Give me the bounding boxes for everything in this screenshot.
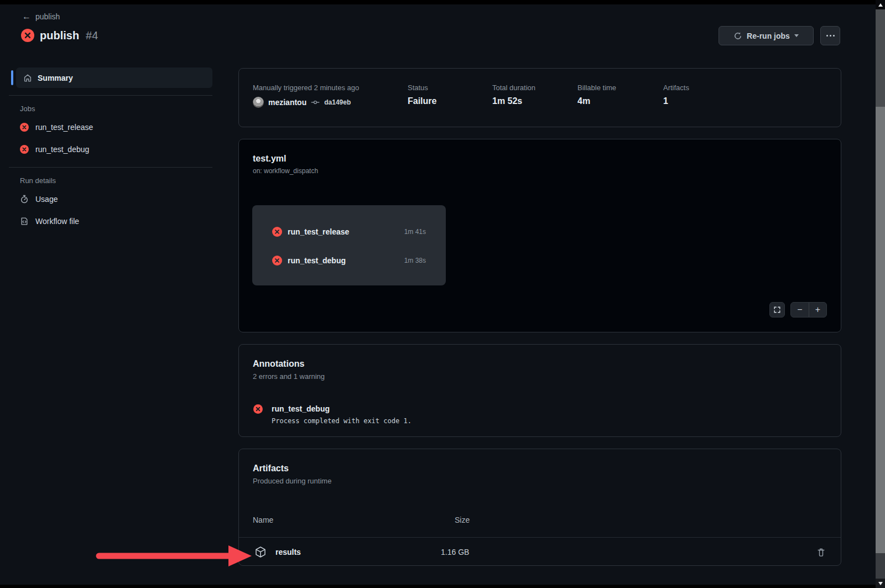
rerun-jobs-label: Re-run jobs xyxy=(747,32,790,40)
delete-artifact-button[interactable] xyxy=(816,548,826,557)
run-details-section-label: Run details xyxy=(20,176,212,185)
artifacts-subtitle: Produced during runtime xyxy=(253,477,827,485)
sidebar-item-workflow-file[interactable]: Workflow file xyxy=(20,210,212,232)
main-content: Manually triggered 2 minutes ago meziant… xyxy=(238,68,841,566)
workflow-trigger: on: workflow_dispatch xyxy=(253,167,827,175)
artifact-size: 1.16 GB xyxy=(441,548,469,556)
scroll-up-button[interactable] xyxy=(876,0,885,9)
run-number: #4 xyxy=(86,29,98,42)
stat-value: 1 xyxy=(663,96,689,106)
bottom-edge-strip xyxy=(0,585,876,588)
trash-icon xyxy=(816,548,826,557)
job-group-box: run_test_release 1m 41s run_test_debug 1… xyxy=(252,205,446,285)
rerun-jobs-button[interactable]: Re-run jobs xyxy=(719,26,814,45)
page-title: publish xyxy=(40,29,79,42)
fit-view-button[interactable] xyxy=(769,302,785,318)
annotations-subtitle: 2 errors and 1 warning xyxy=(253,372,827,381)
zoom-out-button[interactable]: − xyxy=(791,303,809,317)
zoom-in-button[interactable]: + xyxy=(809,303,826,317)
sidebar-job-run-test-release[interactable]: run_test_release xyxy=(20,116,212,138)
scrollbar-track[interactable] xyxy=(876,553,885,579)
trigger-info: Manually triggered 2 minutes ago xyxy=(253,84,359,92)
git-commit-icon xyxy=(311,98,320,107)
stat-label: Billable time xyxy=(577,84,616,92)
graph-job-run-test-release[interactable]: run_test_release 1m 41s xyxy=(252,222,446,242)
failure-status-icon xyxy=(272,256,282,266)
graph-job-run-test-debug[interactable]: run_test_debug 1m 38s xyxy=(252,251,446,270)
job-name: run_test_debug xyxy=(288,256,399,265)
sidebar-job-run-test-debug[interactable]: run_test_debug xyxy=(20,138,212,160)
scrollbar-thumb[interactable] xyxy=(876,107,885,553)
column-name: Name xyxy=(253,516,273,524)
annotation-job-link[interactable]: run_test_debug xyxy=(272,404,412,413)
annotation-message: Process completed with exit code 1. xyxy=(272,417,412,425)
back-link-label: publish xyxy=(35,12,60,21)
artifacts-card: Artifacts Produced during runtime Name S… xyxy=(238,449,841,566)
zoom-controls: − + xyxy=(790,302,827,318)
kebab-icon xyxy=(826,35,835,37)
stat-value: 4m xyxy=(577,96,616,106)
home-icon xyxy=(23,74,32,82)
failure-status-icon xyxy=(272,227,282,237)
sidebar-divider xyxy=(9,95,212,96)
workflow-file-name: test.yml xyxy=(253,154,827,164)
graph-controls: − + xyxy=(769,302,827,318)
error-icon xyxy=(253,404,263,414)
sidebar-workflow-file-label: Workflow file xyxy=(35,217,79,226)
annotations-title: Annotations xyxy=(253,359,827,369)
job-duration: 1m 41s xyxy=(404,228,426,236)
stat-label: Status xyxy=(408,84,436,92)
jobs-section-label: Jobs xyxy=(20,105,212,113)
sidebar-usage-label: Usage xyxy=(35,195,58,204)
sidebar-summary-label: Summary xyxy=(38,74,73,82)
run-summary-card: Manually triggered 2 minutes ago meziant… xyxy=(238,68,841,127)
workflow-graph-card: test.yml on: workflow_dispatch run_test_… xyxy=(238,139,841,332)
sync-icon xyxy=(733,32,742,40)
arrow-down-icon xyxy=(878,582,883,585)
column-size: Size xyxy=(455,516,470,524)
sidebar-divider xyxy=(9,167,212,168)
stat-label: Total duration xyxy=(492,84,535,92)
vertical-scrollbar[interactable] xyxy=(876,0,885,588)
back-arrow-icon: ← xyxy=(22,12,31,22)
active-indicator-bar xyxy=(11,70,13,85)
scroll-down-button[interactable] xyxy=(876,579,885,588)
sidebar-item-usage[interactable]: Usage xyxy=(20,188,212,210)
red-pointer-arrow xyxy=(91,544,257,568)
header-actions: Re-run jobs xyxy=(719,26,840,45)
code-file-icon xyxy=(20,217,29,226)
actor-link[interactable]: meziantou xyxy=(268,98,306,107)
stat-value: Failure xyxy=(408,96,436,106)
chevron-down-icon xyxy=(794,34,799,37)
back-link[interactable]: ← publish xyxy=(22,12,60,22)
stat-label: Artifacts xyxy=(663,84,689,92)
stat-value: 1m 52s xyxy=(492,96,535,106)
run-title-row: publish #4 xyxy=(21,29,98,42)
stat-billable-time: Billable time 4m xyxy=(577,84,616,106)
failure-status-icon xyxy=(20,145,29,154)
stat-status: Status Failure xyxy=(408,84,436,106)
job-name: run_test_release xyxy=(288,227,399,236)
arrow-up-icon xyxy=(878,3,883,7)
sidebar-item-summary[interactable]: Summary xyxy=(16,67,212,88)
fit-screen-icon xyxy=(773,306,781,314)
sidebar: Summary Jobs run_test_release run_test_d… xyxy=(9,67,212,232)
package-icon xyxy=(254,546,267,558)
stopwatch-icon xyxy=(20,195,29,204)
job-name: run_test_debug xyxy=(35,145,89,154)
more-options-button[interactable] xyxy=(820,26,840,45)
stat-total-duration: Total duration 1m 52s xyxy=(492,84,535,106)
artifact-download-link[interactable]: results xyxy=(275,548,301,556)
top-edge-strip xyxy=(0,0,876,4)
avatar[interactable] xyxy=(253,97,264,108)
failure-status-icon xyxy=(21,29,34,42)
annotations-card: Annotations 2 errors and 1 warning run_t… xyxy=(238,344,841,437)
job-name: run_test_release xyxy=(35,123,93,132)
annotation-item: run_test_debug Process completed with ex… xyxy=(253,404,412,425)
stat-artifacts-count: Artifacts 1 xyxy=(663,84,689,106)
artifacts-table-header: Name Size xyxy=(253,516,827,524)
artifact-row: results 1.16 GB xyxy=(239,538,841,566)
failure-status-icon xyxy=(20,123,29,132)
job-duration: 1m 38s xyxy=(404,257,426,264)
commit-link[interactable]: da149eb xyxy=(324,98,351,106)
